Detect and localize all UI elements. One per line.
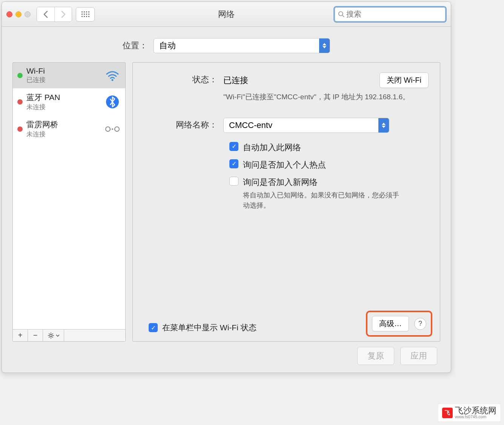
location-row: 位置： 自动 <box>2 27 451 62</box>
wifi-icon <box>104 70 121 81</box>
search-box[interactable] <box>334 6 446 22</box>
remove-interface-button[interactable]: − <box>28 330 43 341</box>
svg-line-15 <box>52 337 53 337</box>
close-button[interactable] <box>6 11 12 17</box>
svg-point-6 <box>112 128 113 130</box>
network-name-value: CMCC-entv <box>229 120 272 130</box>
ask-hotspot-label: 询问是否加入个人热点 <box>243 159 326 171</box>
svg-point-0 <box>339 11 343 15</box>
menubar-status-row: ✓ 在菜单栏中显示 Wi-Fi 状态 <box>149 322 257 333</box>
svg-line-1 <box>343 15 344 17</box>
svg-point-4 <box>106 127 110 131</box>
auto-join-row: ✓ 自动加入此网络 <box>229 142 429 153</box>
turn-wifi-off-button[interactable]: 关闭 Wi-Fi <box>380 72 429 88</box>
window-title: 网络 <box>218 9 235 20</box>
svg-line-14 <box>49 333 49 334</box>
interface-list: Wi-Fi 已连接 蓝牙 PAN 未连接 <box>13 63 125 329</box>
menubar-status-label: 在菜单栏中显示 Wi-Fi 状态 <box>162 322 257 333</box>
ask-new-label: 询问是否加入新网络 <box>243 177 401 188</box>
ask-hotspot-checkbox[interactable]: ✓ <box>229 159 238 168</box>
auto-join-label: 自动加入此网络 <box>243 142 301 153</box>
thunderbolt-bridge-icon <box>104 124 121 134</box>
chevron-updown-icon <box>319 38 330 53</box>
svg-point-9 <box>50 334 52 337</box>
svg-line-16 <box>52 333 53 334</box>
sidebar-item-wifi[interactable]: Wi-Fi 已连接 <box>13 63 125 88</box>
sidebar-footer: + − <box>13 329 125 341</box>
svg-point-7 <box>110 128 111 129</box>
back-button[interactable] <box>37 7 54 22</box>
forward-button[interactable] <box>54 7 72 22</box>
ask-hotspot-row: ✓ 询问是否加入个人热点 <box>229 159 429 171</box>
status-dot <box>17 99 23 105</box>
bluetooth-icon <box>104 95 121 109</box>
sidebar-item-sub: 已连接 <box>26 75 100 84</box>
sidebar-item-title: 雷雳网桥 <box>26 119 100 130</box>
zoom-button[interactable] <box>25 11 31 17</box>
location-value: 自动 <box>159 40 176 51</box>
location-select[interactable]: 自动 <box>154 38 330 53</box>
ask-new-description: 将自动加入已知网络。如果没有已知网络，您必须手动选择。 <box>243 190 401 211</box>
status-row: 状态： 已连接 关闭 Wi-Fi "Wi-Fi"已连接至"CMCC-entv"，… <box>144 72 429 103</box>
traffic-lights <box>6 11 31 17</box>
sidebar-item-sub: 未连接 <box>26 130 100 139</box>
status-label: 状态： <box>144 72 223 103</box>
advanced-button[interactable]: 高级… <box>372 316 409 331</box>
sidebar-item-title: 蓝牙 PAN <box>26 92 100 103</box>
sidebar-item-title: Wi-Fi <box>26 66 100 75</box>
watermark: 飞 飞沙系统网 www.fs0745.com <box>438 404 500 421</box>
ask-new-row: 询问是否加入新网络 将自动加入已知网络。如果没有已知网络，您必须手动选择。 <box>229 177 429 211</box>
titlebar: 网络 <box>2 2 451 27</box>
apply-button[interactable]: 应用 <box>400 347 437 365</box>
revert-button[interactable]: 复原 <box>357 347 394 365</box>
footer-buttons: 复原 应用 <box>357 347 437 365</box>
chevron-down-icon <box>56 334 60 337</box>
auto-join-checkbox[interactable]: ✓ <box>229 142 238 151</box>
svg-line-17 <box>49 337 49 337</box>
show-all-button[interactable] <box>76 7 95 22</box>
gear-icon <box>48 332 54 339</box>
ask-new-checkbox[interactable] <box>229 177 238 186</box>
chevron-updown-icon <box>378 118 389 132</box>
status-dot <box>17 73 23 78</box>
menubar-status-checkbox[interactable]: ✓ <box>149 323 158 332</box>
network-name-row: 网络名称： CMCC-entv <box>144 118 429 133</box>
minimize-button[interactable] <box>15 11 22 17</box>
watermark-badge: 飞 <box>442 408 453 418</box>
search-input[interactable] <box>346 10 442 18</box>
svg-point-8 <box>114 128 115 129</box>
add-interface-button[interactable]: + <box>13 330 28 341</box>
status-dot <box>17 126 23 132</box>
watermark-text: 飞沙系统网 <box>455 407 496 415</box>
help-button[interactable]: ? <box>414 318 426 330</box>
network-name-label: 网络名称： <box>144 118 223 133</box>
sidebar-item-thunderbolt[interactable]: 雷雳网桥 未连接 <box>13 115 125 143</box>
advanced-highlight: 高级… ? <box>366 311 432 337</box>
svg-point-2 <box>112 79 114 81</box>
body: Wi-Fi 已连接 蓝牙 PAN 未连接 <box>2 62 451 342</box>
status-value: 已连接 <box>223 75 372 86</box>
network-name-select[interactable]: CMCC-entv <box>223 118 389 133</box>
network-prefs-window: 网络 位置： 自动 Wi-Fi 已连接 <box>2 2 451 373</box>
svg-point-5 <box>115 127 119 131</box>
status-description: "Wi-Fi"已连接至"CMCC-entv"，其 IP 地址为 192.168.… <box>223 92 429 103</box>
nav-segment <box>37 7 72 22</box>
sidebar: Wi-Fi 已连接 蓝牙 PAN 未连接 <box>12 62 126 342</box>
location-label: 位置： <box>123 40 148 51</box>
watermark-url: www.fs0745.com <box>455 415 496 419</box>
sidebar-item-sub: 未连接 <box>26 103 100 111</box>
action-menu-button[interactable] <box>43 330 64 341</box>
search-icon <box>338 11 345 18</box>
main-panel: 状态： 已连接 关闭 Wi-Fi "Wi-Fi"已连接至"CMCC-entv"，… <box>132 62 440 342</box>
sidebar-item-bluetooth[interactable]: 蓝牙 PAN 未连接 <box>13 88 125 115</box>
